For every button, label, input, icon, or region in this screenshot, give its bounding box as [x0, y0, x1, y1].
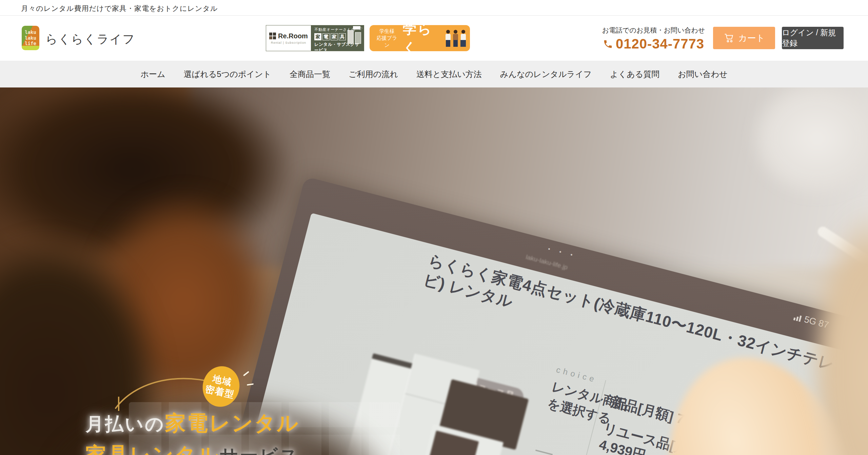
login-register-button[interactable]: ログイン / 新規登録: [782, 27, 844, 49]
nav-item-flow[interactable]: ご利用の流れ: [349, 69, 398, 80]
phone-contact: お電話でのお見積・お問い合わせ 0120-34-7773: [602, 26, 705, 52]
headline-segment: サービス: [220, 446, 300, 455]
reroom-logo-panel: Re.Room Rental | Subscription: [266, 25, 311, 51]
hero-headline-line2: 家具レンタルサービス: [85, 441, 300, 455]
cart-button[interactable]: カート: [713, 27, 775, 49]
plan-line: 学生様: [376, 28, 398, 35]
banner-gakuraku[interactable]: 学生様 応援プラン 学らく: [370, 25, 470, 51]
student-icon: [453, 30, 458, 47]
hero-headline-line1: 月払いの家電レンタル: [85, 409, 299, 437]
appliance-icons: [348, 30, 361, 44]
heart-icon: ♡: [358, 26, 363, 32]
logo-text-line: laku: [25, 29, 36, 35]
nav-item-products[interactable]: 全商品一覧: [290, 69, 330, 80]
main-nav: ホーム 選ばれる5つのポイント 全商品一覧 ご利用の流れ 送料と支払い方法 みん…: [0, 61, 868, 87]
hero-overlay: 地域 密着型 月払いの家電レンタル 家具レンタルサービス Rental serv…: [0, 87, 868, 455]
reroom-tagline: Rental | Subscription: [271, 41, 306, 44]
phone-contact-label: お電話でのお見積・お問い合わせ: [602, 26, 705, 35]
nav-item-shipping-payment[interactable]: 送料と支払い方法: [416, 69, 482, 80]
phone-icon: [603, 39, 613, 49]
gakuraku-plan-label: 学生様 応援プラン: [376, 28, 398, 48]
sparkle-mark: [247, 383, 254, 386]
reroom-logo-icon: [269, 33, 276, 39]
kanji-box: 電: [322, 33, 330, 40]
student-icon: [460, 30, 466, 47]
kanji-box: 家: [331, 33, 338, 40]
nav-item-points[interactable]: 選ばれる5つのポイント: [184, 69, 271, 80]
sparkle-mark: [243, 371, 249, 376]
reroom-name: Re.Room: [278, 32, 308, 40]
cart-button-label: カート: [738, 32, 765, 44]
gakuraku-title: 学らく: [403, 20, 441, 57]
cart-icon: [723, 33, 735, 43]
nav-item-faq[interactable]: よくある質問: [610, 69, 659, 80]
reroom-message-panel: 不動産オーナーさんの 家 電 家 具 レンタル・サブスクサービス ♡: [311, 25, 364, 51]
logo-text-line: life: [25, 41, 36, 46]
site-tagline: 月々のレンタル費用だけで家具・家電をおトクにレンタル: [21, 4, 218, 13]
hero-section: ・・・ laku-laku-life.jp 5G 87 らくらく家電4点セット(…: [0, 87, 868, 455]
headline-segment: 月払いの: [85, 414, 165, 434]
nav-item-contact[interactable]: お問い合わせ: [678, 69, 727, 80]
headline-segment: 家具レンタル: [85, 443, 220, 455]
brand-name[interactable]: らくらくライフ: [45, 31, 135, 47]
washer-icon: [355, 32, 361, 44]
logo-mark[interactable]: laku laku life: [22, 26, 39, 50]
students-illustration: [446, 30, 466, 47]
fridge-icon: [348, 30, 354, 44]
plan-line: 応援プラン: [376, 35, 398, 48]
logo-text-line: laku: [25, 35, 36, 41]
login-button-label: ログイン / 新規登録: [782, 27, 844, 48]
kanji-box: 家: [314, 33, 321, 40]
headline-segment: 家電レンタル: [165, 411, 299, 435]
phone-number-text: 0120-34-7773: [616, 36, 704, 52]
top-bar: 月々のレンタル費用だけで家具・家電をおトクにレンタル: [0, 0, 868, 16]
nav-item-rental-life[interactable]: みんなのレンタルライフ: [500, 69, 592, 80]
nav-item-home[interactable]: ホーム: [140, 69, 165, 80]
banner-reroom[interactable]: Re.Room Rental | Subscription 不動産オーナーさんの…: [266, 25, 364, 51]
page: 月々のレンタル費用だけで家具・家電をおトクにレンタル laku laku lif…: [0, 0, 868, 455]
phone-number[interactable]: 0120-34-7773: [602, 36, 705, 52]
kanji-box: 具: [339, 33, 346, 40]
student-icon: [446, 30, 451, 47]
header: laku laku life らくらくライフ Re.Room Rental | …: [0, 16, 868, 61]
